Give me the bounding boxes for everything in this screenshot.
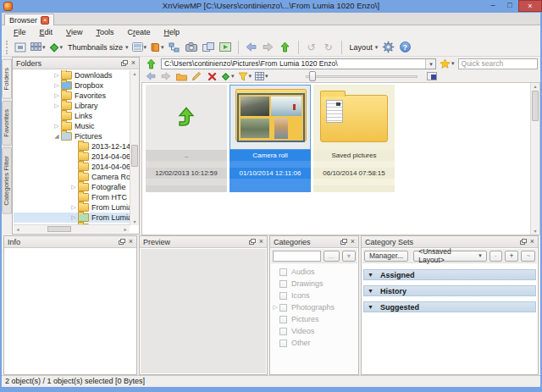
menu-item-tools[interactable]: Tools <box>89 28 120 36</box>
path-combobox[interactable]: C:\Users\continienzo\Pictures\From Lumia… <box>161 58 436 69</box>
close-panel-icon[interactable]: × <box>131 59 136 67</box>
close-panel-icon[interactable]: × <box>530 238 534 246</box>
rename-button[interactable] <box>191 71 202 82</box>
settings-button[interactable] <box>380 40 395 55</box>
go-up-button[interactable] <box>143 56 158 71</box>
float-panel-icon[interactable] <box>119 239 125 245</box>
category-item-drawings[interactable]: Drawings <box>271 278 357 290</box>
quick-search-input[interactable] <box>458 58 538 69</box>
float-panel-icon[interactable] <box>249 239 256 245</box>
category-item-other[interactable]: Other <box>271 337 357 349</box>
float-panel-icon[interactable] <box>121 60 128 66</box>
slider-handle[interactable] <box>309 71 316 81</box>
toggle-set-button[interactable]: ~ <box>521 251 535 262</box>
compare-button[interactable] <box>201 40 216 55</box>
rotate-ccw-button[interactable]: ↺ <box>304 40 319 55</box>
help-button[interactable]: ? <box>397 40 412 55</box>
category-checkbox[interactable] <box>279 280 287 288</box>
tree-item-camera-roll[interactable]: Camera Roll <box>14 172 130 182</box>
category-item-pictures[interactable]: Pictures <box>271 313 357 325</box>
category-checkbox[interactable] <box>279 268 287 276</box>
filter-button[interactable]: ▾ <box>238 71 252 82</box>
section-suggested[interactable]: ▼Suggested <box>363 301 536 312</box>
tree-item-pictures[interactable]: ◢Pictures <box>14 131 130 141</box>
tree-expander-icon[interactable]: ▷ <box>53 82 61 89</box>
tree-expander-icon[interactable]: ▷ <box>53 123 61 130</box>
tree-item-2014-04-06-2[interactable]: 2014-04-06 (2 <box>14 162 130 172</box>
browser-item-[interactable]: ..12/02/2013 10:12:59 <box>146 85 227 192</box>
scrollbar-thumb[interactable] <box>131 145 138 167</box>
catalog-button[interactable]: ▾ <box>149 40 165 55</box>
scroll-left-icon[interactable]: ◂ <box>14 226 22 234</box>
dock-tab-favorites[interactable]: Favorites <box>2 101 12 146</box>
minimize-button[interactable]: – <box>484 0 501 12</box>
rotate-cw-button[interactable]: ↻ <box>321 40 336 55</box>
slider-track[interactable] <box>306 75 418 78</box>
tree-expander-icon[interactable]: ▷ <box>53 102 61 109</box>
fit-thumbnail-button[interactable] <box>426 71 438 82</box>
browse-subfolders-button[interactable] <box>167 40 182 55</box>
menu-item-help[interactable]: Help <box>157 28 186 36</box>
delete-button[interactable] <box>206 71 218 82</box>
tree-item-from-htc-hd[interactable]: From HTC HD <box>14 192 130 202</box>
scrollbar-thumb[interactable] <box>532 91 539 121</box>
sort-button[interactable]: ▾ <box>48 40 64 55</box>
thumbnails-size-button[interactable]: Thumbnails size▾ <box>65 40 130 55</box>
forward-button[interactable] <box>261 40 276 55</box>
category-checkbox[interactable] <box>279 316 287 323</box>
category-expander-icon[interactable]: ▷ <box>271 304 279 311</box>
scrollbar-thumb[interactable] <box>47 226 71 232</box>
manager-button[interactable]: Manager... <box>364 251 408 262</box>
menu-item-file[interactable]: File <box>7 28 33 36</box>
tree-item-fotografie[interactable]: ▷Fotografie <box>14 182 130 192</box>
forward-button[interactable] <box>160 71 172 82</box>
remove-set-button[interactable]: - <box>489 251 502 262</box>
thumbnail-view[interactable]: ..12/02/2013 10:12:59Camera roll01/10/20… <box>141 82 540 235</box>
tree-item-links[interactable]: Links <box>14 111 130 121</box>
tab-close-icon[interactable]: × <box>41 16 49 25</box>
back-button[interactable] <box>244 40 259 55</box>
add-set-button[interactable]: + <box>505 251 519 262</box>
title-bar[interactable]: XnViewMP [C:\Users\continienzo\...\From … <box>0 0 542 13</box>
labels-button[interactable]: ▾ <box>131 40 148 55</box>
menu-item-edit[interactable]: Edit <box>33 28 60 36</box>
close-panel-icon[interactable]: × <box>259 238 263 246</box>
tree-expander-icon[interactable]: ▷ <box>69 214 78 221</box>
category-checkbox[interactable] <box>279 304 287 312</box>
up-button[interactable] <box>278 40 293 55</box>
scroll-down-icon[interactable]: ▾ <box>531 228 539 235</box>
layout-select[interactable]: <Unsaved Layout> ▾ <box>413 251 487 262</box>
tree-item-2014-04-06[interactable]: 2014-04-06 <box>14 152 130 162</box>
menu-item-view[interactable]: View <box>59 28 89 36</box>
browser-item-saved-pictures[interactable]: Saved pictures06/10/2014 07:58:15 <box>313 85 395 192</box>
new-folder-button[interactable] <box>175 71 187 82</box>
favorites-star-button[interactable]: ▾ <box>439 56 456 71</box>
float-panel-icon[interactable] <box>340 239 347 245</box>
tree-item-dropbox[interactable]: ▷Dropbox <box>14 80 130 91</box>
tree-expander-icon[interactable]: ▷ <box>69 204 78 211</box>
tree-item-favorites[interactable]: ▷Favorites <box>14 91 130 101</box>
browser-vertical-scrollbar[interactable]: ▴ ▾ <box>530 83 539 235</box>
scroll-right-icon[interactable]: ▸ <box>121 226 130 234</box>
category-checkbox[interactable] <box>279 292 287 300</box>
tree-expander-icon[interactable]: ▷ <box>53 72 61 79</box>
category-item-photographs[interactable]: ▷Photographs <box>271 301 357 313</box>
scroll-up-icon[interactable]: ▴ <box>130 70 139 77</box>
section-history[interactable]: ▼History <box>363 285 536 296</box>
sort-button[interactable]: ▾ <box>221 71 235 82</box>
tree-expander-icon[interactable]: ▷ <box>69 184 78 190</box>
category-item-icons[interactable]: Icons <box>271 290 357 301</box>
back-button[interactable] <box>145 71 157 82</box>
close-panel-icon[interactable]: × <box>351 238 355 246</box>
view-mode-button[interactable]: ▾ <box>30 40 47 55</box>
close-button[interactable]: × <box>518 0 542 12</box>
fullscreen-button[interactable] <box>13 40 28 55</box>
tree-vertical-scrollbar[interactable]: ▴ ▾ <box>130 70 139 225</box>
scroll-down-icon[interactable]: ▾ <box>130 218 139 225</box>
category-item-audios[interactable]: Audios <box>271 266 357 278</box>
category-checkbox[interactable] <box>279 340 287 347</box>
maximize-button[interactable]: □ <box>501 0 518 12</box>
path-dropdown-icon[interactable]: ▾ <box>425 59 435 69</box>
dock-tab-categories-filter[interactable]: Categories Filter <box>2 147 12 214</box>
tree-item-from-lumia-9[interactable]: ▷From Lumia 9 <box>14 202 130 213</box>
